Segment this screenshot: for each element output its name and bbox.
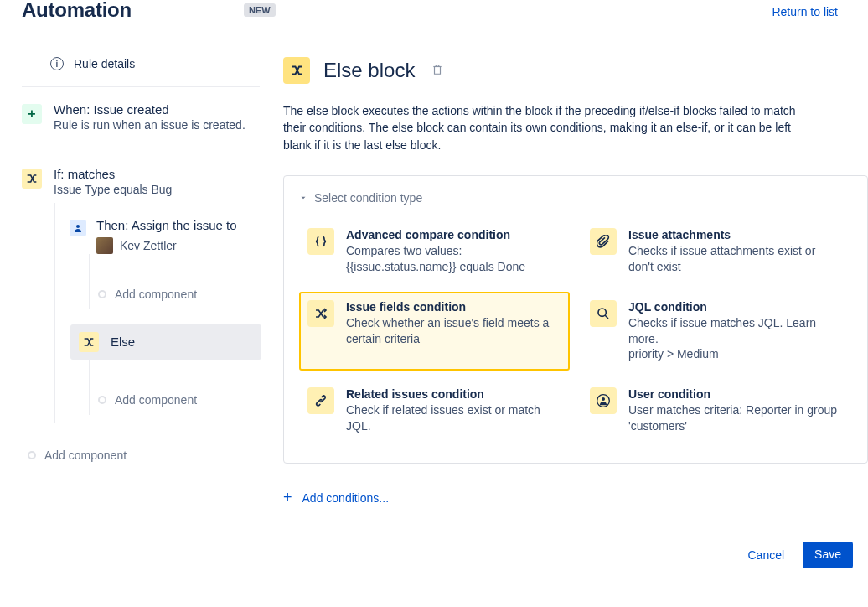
then-node[interactable]: Then: Assign the issue to Kev Zettler: [70, 218, 268, 254]
add-component-label: Add component: [44, 449, 127, 462]
add-conditions-button[interactable]: + Add conditions...: [283, 489, 868, 506]
avatar: [96, 237, 113, 254]
add-component-else[interactable]: Add component: [98, 393, 268, 407]
add-component-label: Add component: [115, 288, 197, 301]
paperclip-icon: [590, 228, 617, 255]
else-title: Else: [111, 335, 135, 349]
save-button[interactable]: Save: [803, 542, 853, 568]
return-to-list-link[interactable]: Return to list: [772, 5, 838, 18]
collapse-toggle[interactable]: Select condition type: [299, 191, 852, 205]
trigger-desc: Rule is run when an issue is created.: [54, 118, 268, 132]
add-component-label: Add component: [115, 393, 197, 407]
condition-desc: Check whether an issue's field meets a c…: [346, 315, 561, 347]
condition-title: Issue fields condition: [346, 300, 561, 314]
new-badge: NEW: [244, 3, 276, 17]
shuffle-icon: [307, 300, 334, 327]
trash-icon[interactable]: [431, 64, 443, 78]
person-icon: [70, 220, 86, 236]
condition-title: Advanced compare condition: [346, 228, 561, 241]
condition-advanced-compare[interactable]: Advanced compare condition Compares two …: [299, 220, 570, 283]
branch-icon: [22, 169, 42, 189]
branch-icon: [283, 57, 310, 84]
condition-title: JQL condition: [628, 300, 844, 314]
svg-point-3: [602, 397, 605, 401]
else-node[interactable]: Else: [70, 324, 261, 360]
search-icon: [590, 300, 617, 327]
condition-jql[interactable]: JQL condition Checks if issue matches JQ…: [581, 292, 852, 371]
condition-title: User condition: [628, 387, 844, 401]
condition-panel: Select condition type Advanced compare c…: [283, 175, 868, 464]
trigger-node[interactable]: + When: Issue created Rule is run when a…: [22, 102, 268, 132]
rule-details-label: Rule details: [74, 57, 135, 70]
svg-point-0: [76, 225, 80, 228]
info-icon: i: [50, 57, 64, 70]
assignee-name: Kev Zettler: [120, 239, 177, 252]
plus-icon: +: [22, 104, 42, 124]
person-icon: [590, 387, 617, 414]
cancel-button[interactable]: Cancel: [739, 542, 793, 568]
then-title: Then: Assign the issue to: [96, 218, 237, 232]
condition-desc: Check if related issues exist or match J…: [346, 402, 561, 434]
condition-related-issues[interactable]: Related issues condition Check if relate…: [299, 379, 570, 443]
if-title: If: matches: [54, 167, 268, 181]
add-dot-icon: [28, 451, 36, 459]
detail-description: The else block executes the actions with…: [283, 102, 819, 153]
condition-issue-fields[interactable]: Issue fields condition Check whether an …: [299, 292, 570, 371]
condition-title: Issue attachments: [628, 228, 844, 241]
add-component-root[interactable]: Add component: [28, 449, 268, 462]
branch-icon: [79, 332, 99, 352]
add-conditions-label: Add conditions...: [302, 491, 390, 505]
page-title: Automation: [22, 0, 132, 22]
condition-title: Related issues condition: [346, 387, 561, 401]
add-dot-icon: [98, 290, 106, 298]
condition-desc: Checks if issue matches JQL. Learn more.…: [628, 315, 844, 363]
condition-desc: Checks if issue attachments exist or don…: [628, 243, 844, 275]
if-node[interactable]: If: matches Issue Type equals Bug: [22, 167, 268, 196]
svg-point-1: [598, 309, 606, 316]
condition-user[interactable]: User condition User matches criteria: Re…: [581, 379, 852, 443]
plus-icon: +: [283, 489, 292, 506]
collapse-label: Select condition type: [314, 191, 422, 205]
if-desc: Issue Type equals Bug: [54, 183, 268, 196]
detail-title: Else block: [323, 59, 415, 82]
rule-details-row[interactable]: i Rule details: [22, 42, 260, 87]
condition-desc: Compares two values: {{issue.status.name…: [346, 243, 561, 275]
trigger-title: When: Issue created: [54, 102, 268, 117]
chevron-down-icon: [299, 194, 307, 202]
link-icon: [307, 387, 334, 414]
condition-desc: User matches criteria: Reporter in group…: [628, 402, 844, 434]
add-dot-icon: [98, 396, 106, 404]
add-component-then[interactable]: Add component: [98, 288, 268, 301]
braces-icon: [307, 228, 334, 255]
condition-issue-attachments[interactable]: Issue attachments Checks if issue attach…: [581, 220, 852, 283]
